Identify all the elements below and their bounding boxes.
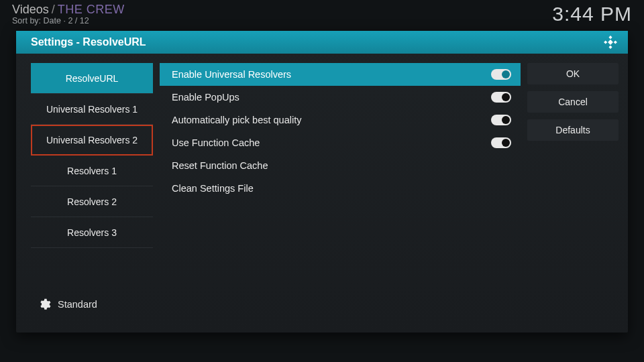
- svg-rect-2: [614, 40, 617, 44]
- toggle-switch[interactable]: [491, 92, 511, 103]
- setting-row[interactable]: Reset Function Cache: [160, 154, 521, 177]
- svg-rect-4: [608, 40, 613, 45]
- setting-row[interactable]: Enable PopUps: [160, 86, 521, 109]
- sidebar-item[interactable]: Resolvers 1: [31, 156, 153, 186]
- setting-label: Clean Settings File: [172, 183, 254, 194]
- sidebar-item[interactable]: Universal Resolvers 2: [31, 125, 153, 156]
- clock: 3:44 PM: [552, 3, 632, 25]
- sidebar-item[interactable]: Resolvers 2: [31, 186, 153, 217]
- setting-row[interactable]: Use Function Cache: [160, 131, 521, 154]
- setting-label: Use Function Cache: [172, 137, 260, 148]
- cancel-button[interactable]: Cancel: [527, 91, 619, 113]
- dialog-body: ResolveURLUniversal Resolvers 1Universal…: [16, 54, 628, 333]
- settings-content: Enable Universal ResolversEnable PopUpsA…: [160, 63, 521, 323]
- settings-dialog: Settings - ResolveURL ResolveURLUniversa…: [16, 31, 628, 333]
- setting-row[interactable]: Clean Settings File: [160, 177, 521, 200]
- settings-level[interactable]: Standard: [31, 290, 153, 323]
- setting-row[interactable]: Enable Universal Resolvers: [160, 63, 521, 86]
- breadcrumb-current[interactable]: THE CREW: [58, 3, 125, 16]
- sidebar-item[interactable]: ResolveURL: [31, 63, 153, 94]
- topbar: Videos/THE CREW Sort by: Date · 2 / 12 3…: [0, 0, 644, 25]
- toggle-switch[interactable]: [491, 115, 511, 125]
- setting-label: Enable PopUps: [172, 92, 239, 103]
- sidebar-item[interactable]: Universal Resolvers 1: [31, 94, 153, 125]
- toggle-switch[interactable]: [491, 69, 511, 80]
- toggle-switch[interactable]: [491, 137, 511, 148]
- ok-button[interactable]: OK: [527, 63, 619, 84]
- gear-icon: [38, 298, 51, 311]
- settings-sidebar: ResolveURLUniversal Resolvers 1Universal…: [31, 63, 153, 323]
- setting-label: Automatically pick best quality: [172, 115, 301, 125]
- defaults-button[interactable]: Defaults: [527, 119, 619, 141]
- breadcrumb: Videos/THE CREW: [12, 3, 125, 17]
- sub-info: Sort by: Date · 2 / 12: [12, 16, 125, 25]
- position: 2 / 12: [68, 16, 89, 25]
- kodi-logo-icon: [602, 35, 619, 50]
- svg-rect-1: [604, 40, 607, 44]
- setting-row[interactable]: Automatically pick best quality: [160, 109, 521, 131]
- sidebar-item[interactable]: Resolvers 3: [31, 217, 153, 248]
- breadcrumb-area: Videos/THE CREW Sort by: Date · 2 / 12: [12, 3, 125, 25]
- sort-value[interactable]: Date: [44, 16, 61, 25]
- setting-label: Enable Universal Resolvers: [172, 69, 291, 80]
- breadcrumb-sep: /: [49, 3, 58, 16]
- breadcrumb-section[interactable]: Videos: [12, 3, 49, 16]
- setting-label: Reset Function Cache: [172, 160, 268, 171]
- dialog-title: Settings - ResolveURL: [31, 36, 146, 48]
- dialog-actions: OK Cancel Defaults: [527, 63, 619, 323]
- sort-label: Sort by:: [12, 16, 41, 25]
- dialog-header: Settings - ResolveURL: [16, 31, 628, 54]
- svg-rect-3: [608, 46, 612, 49]
- svg-rect-0: [608, 36, 612, 39]
- settings-level-label: Standard: [58, 299, 97, 310]
